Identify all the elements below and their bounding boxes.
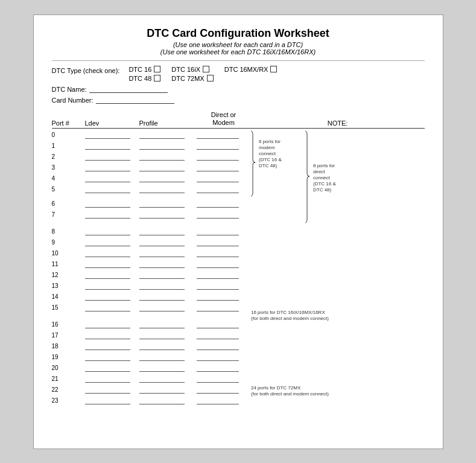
checkbox-dtc72mx[interactable]: DTC 72MX [171,75,213,82]
dtc-name-row: DTC Name: [52,86,425,93]
checkbox-dtc16ix-box[interactable] [203,66,209,72]
row-4: 4 [52,173,425,184]
row-17: 17 [52,330,425,341]
subtitle2: (Use one worksheet for each DTC 16iX/16M… [52,48,425,56]
data-area: 0 1 2 3 4 5 6 7 8 9 10 11 12 13 14 15 16… [52,130,425,406]
row-10: 10 [52,248,425,259]
checkbox-dtc16ix-label: DTC 16iX [171,66,200,73]
row-15: 15 [52,302,425,313]
card-number-row: Card Number: [52,97,425,104]
row-11: 11 [52,259,425,270]
row-23: 23 [52,395,425,406]
row-16: 16 [52,319,425,330]
row-2: 2 [52,152,425,162]
checkbox-dtc16mxrx[interactable]: DTC 16MX/RX [224,66,278,73]
row-14: 14 [52,292,425,302]
row-8: 8 [52,226,425,237]
row-21: 21 [52,374,425,385]
col-header-port: Port # [52,120,85,127]
title-section: DTC Card Configuration Worksheet (Use on… [52,27,425,56]
checkbox-dtc72mx-box[interactable] [207,75,214,81]
col-header-ldev: Ldev [85,120,139,127]
checkbox-dtc16[interactable]: DTC 16 [129,66,160,73]
row-22: 22 [52,385,425,395]
row-20: 20 [52,363,425,374]
data-rows: 0 1 2 3 4 5 6 7 8 9 10 11 12 13 14 15 16… [52,130,425,406]
row-19: 19 [52,352,425,363]
checkbox-dtc48-box[interactable] [154,75,160,81]
dtc-type-label: DTC Type (check one): [52,67,120,74]
worksheet: DTC Card Configuration Worksheet (Use on… [33,14,443,449]
checkbox-dtc72mx-label: DTC 72MX [171,75,204,82]
row-12: 12 [52,270,425,281]
row-1: 1 [52,141,425,152]
col-header-direct: Direct orModem [197,111,251,127]
dtc-name-field[interactable] [89,86,168,93]
row-6: 6 [52,199,425,209]
checkbox-dtc16mxrx-box[interactable] [270,66,277,72]
row-3: 3 [52,162,425,173]
row-9: 9 [52,237,425,248]
row-7: 7 [52,209,425,220]
main-title: DTC Card Configuration Worksheet [52,27,425,40]
columns-header: Port # Ldev Profile Direct orModem NOTE: [52,111,425,129]
row-5: 5 [52,184,425,195]
row-18: 18 [52,341,425,352]
dtc-type-row: DTC Type (check one): DTC 16 DTC 16iX DT… [52,66,425,82]
row-0: 0 [52,130,425,141]
checkbox-dtc16-label: DTC 16 [129,66,151,73]
card-number-label: Card Number: [52,97,94,104]
row-13: 13 [52,281,425,292]
checkbox-dtc48[interactable]: DTC 48 [129,75,160,82]
top-divider [52,60,425,61]
checkboxes-grid: DTC 16 DTC 16iX DTC 16MX/RX DTC 48 DTC 7… [129,66,277,82]
checkbox-dtc16-box[interactable] [154,66,160,72]
card-number-field[interactable] [96,97,174,104]
dtc-name-label: DTC Name: [52,86,87,93]
col-header-profile: Profile [139,120,197,127]
checkbox-dtc48-label: DTC 48 [129,75,151,82]
col-header-note: NOTE: [251,120,425,127]
subtitle1: (Use one worksheet for each card in a DT… [52,41,425,48]
checkbox-dtc16mxrx-label: DTC 16MX/RX [224,66,268,73]
checkbox-dtc16ix[interactable]: DTC 16iX [171,66,213,73]
